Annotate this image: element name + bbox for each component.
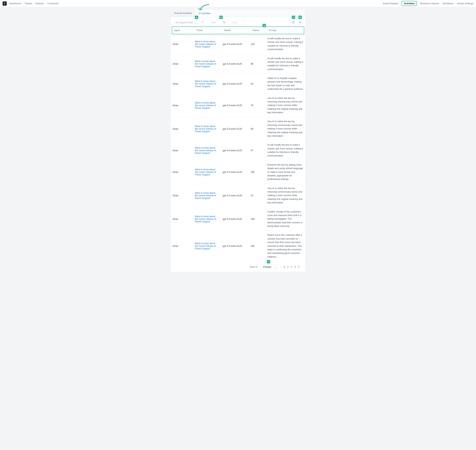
cell-agent: Zinan — [171, 54, 193, 74]
ticket-link[interactable]: Want to know about the recent release of… — [195, 125, 219, 133]
cell-model: gpt-3.5-turbo-0125 — [221, 160, 249, 184]
cell-tokens: 255 — [249, 231, 266, 261]
cell-model: gpt-3.5-turbo-0125 — [221, 117, 249, 141]
date-end-placeholder: End — [226, 21, 244, 24]
annotation-badge-b: b — [219, 16, 223, 19]
date-range-filter[interactable]: Start To End — [199, 20, 245, 25]
table-row: ZinanWant to know about the recent relea… — [171, 34, 305, 54]
cell-tokens: 78 — [249, 94, 266, 117]
pager-next[interactable]: › — [302, 265, 302, 268]
cell-tokens: 118 — [249, 34, 266, 54]
staff-filter-placeholder: All Support Staff — [175, 21, 193, 24]
cell-model: gpt-3.5-turbo-0125 — [221, 141, 249, 160]
pager-page-2[interactable]: 2 — [287, 265, 289, 268]
nav-workflows[interactable]: Workflows — [442, 0, 454, 7]
page-size-select[interactable]: 10/page — [261, 264, 278, 269]
refresh-button[interactable] — [291, 20, 296, 25]
cell-agent: Zinan — [171, 34, 193, 54]
cell-model: gpt-3.5-turbo-0125 — [221, 74, 249, 94]
cell-prompt: AI will modify the text to make it short… — [266, 141, 305, 160]
cell-prompt: AI will modify the text to make it short… — [266, 54, 305, 74]
cell-prompt: Enhance the text by adding more details … — [266, 160, 305, 184]
staff-filter-select[interactable]: All Support Staff — [173, 20, 198, 25]
cell-ticket: Want to know about the recent release of… — [193, 74, 221, 94]
column-agent: Agent — [172, 27, 194, 34]
ticket-link[interactable]: Want to know about the recent release of… — [195, 242, 219, 250]
nav-dashboard[interactable]: Dashboard — [9, 0, 21, 7]
cell-prompt: Use AI to refine the text by removing un… — [266, 184, 305, 207]
nav-saved-replies[interactable]: Saved Replies — [383, 0, 398, 7]
table-footer: Total 47 f 10/page ‹12345› — [171, 261, 305, 272]
chevron-down-icon — [275, 265, 276, 268]
ticket-link[interactable]: Want to know about the recent release of… — [195, 40, 219, 48]
date-start-placeholder: Start — [205, 21, 222, 24]
calendar-icon — [201, 21, 204, 24]
cell-tokens: 83 — [249, 74, 266, 94]
annotation-badge-f: f — [267, 260, 270, 263]
cell-tokens: 47 — [249, 141, 266, 160]
ticket-link[interactable]: Want to know about the recent release of… — [195, 215, 219, 223]
cell-agent: Zinan — [171, 74, 193, 94]
cell-agent: Zinan — [171, 141, 193, 160]
cell-tokens: 52 — [249, 184, 266, 207]
table-row: ZinanWant to know about the recent relea… — [171, 94, 305, 117]
ticket-link[interactable]: Want to know about the recent release of… — [195, 60, 219, 68]
cell-ticket: Want to know about the recent release of… — [193, 184, 221, 207]
cell-model: gpt-3.5-turbo-0125 — [221, 231, 249, 261]
table-header-highlight: AgentTicketModelTokensPrompt — [172, 26, 304, 34]
nav-business-inboxes[interactable]: Business Inboxes — [420, 0, 439, 7]
cell-agent: Zinan — [171, 94, 193, 117]
table-row: ZinanWant to know about the recent relea… — [171, 231, 305, 261]
activities-table-head: AgentTicketModelTokensPrompt — [172, 27, 304, 34]
table-row: ZinanWant to know about the recent relea… — [171, 74, 305, 94]
cell-prompt: Reach out to the customer after a soluti… — [266, 231, 305, 261]
cell-prompt: Use AI to refine the text by removing un… — [266, 94, 305, 117]
cell-tokens: 206 — [249, 207, 266, 231]
pager-prev[interactable]: ‹ — [281, 265, 281, 268]
nav-tickets[interactable]: Tickets — [24, 0, 32, 7]
pager-page-5[interactable]: 5 — [298, 265, 299, 268]
pager-page-4[interactable]: 4 — [294, 265, 296, 268]
annotation-badge-c: c — [292, 16, 295, 19]
app-logo — [3, 1, 7, 6]
cell-model: gpt-3.5-turbo-0125 — [221, 207, 249, 231]
date-to-label: To — [223, 21, 225, 24]
gear-icon — [299, 21, 302, 24]
column-ticket: Ticket — [194, 27, 222, 34]
activities-panel: Overall ActivitiesAI Activities a All Su… — [170, 9, 306, 272]
cell-model: gpt-3.5-turbo-0125 — [221, 34, 249, 54]
ticket-link[interactable]: Want to know about the recent release of… — [195, 80, 219, 88]
tab-overall-activities[interactable]: Overall Activities — [171, 10, 195, 17]
pagination: ‹12345› — [281, 265, 302, 268]
activities-table: ZinanWant to know about the recent relea… — [171, 34, 305, 261]
top-nav: DashboardTicketsReportsCustomers Saved R… — [0, 0, 476, 7]
svg-point-1 — [300, 22, 301, 23]
refresh-icon — [292, 21, 295, 24]
nav-activities[interactable]: Activities — [401, 1, 417, 6]
pager-page-3[interactable]: 3 — [291, 265, 292, 268]
cell-model: gpt-3.5-turbo-0125 — [221, 184, 249, 207]
total-count: Total 47 — [250, 265, 258, 268]
ticket-link[interactable]: Want to know about the recent release of… — [195, 147, 219, 154]
cell-model: gpt-3.5-turbo-0125 — [221, 94, 249, 117]
ticket-link[interactable]: Want to know about the recent release of… — [195, 101, 219, 109]
cell-agent: Zinan — [171, 160, 193, 184]
tabs-row: Overall ActivitiesAI Activities — [171, 10, 305, 17]
table-row: ZinanWant to know about the recent relea… — [171, 54, 305, 74]
settings-button[interactable] — [297, 20, 303, 25]
cell-agent: Zinan — [171, 184, 193, 207]
cell-tokens: 85 — [249, 54, 266, 74]
ticket-link[interactable]: Want to know about the recent release of… — [195, 192, 219, 200]
cell-agent: Zinan — [171, 117, 193, 141]
cell-prompt: Confirm receipt of the customer's issue … — [266, 207, 305, 231]
svg-rect-0 — [202, 21, 203, 23]
annotation-badge-d: d — [298, 16, 302, 19]
nav-reports[interactable]: Reports — [35, 0, 44, 7]
pager-page-1[interactable]: 1 — [284, 265, 285, 268]
nav-global-settings[interactable]: Global Settings — [457, 0, 473, 7]
cell-prompt: AI will modify the text to make it short… — [266, 34, 305, 54]
table-row: ZinanWant to know about the recent relea… — [171, 160, 305, 184]
ticket-link[interactable]: Want to know about the recent release of… — [195, 168, 219, 176]
nav-customers[interactable]: Customers — [47, 0, 59, 7]
cell-ticket: Want to know about the recent release of… — [193, 54, 221, 74]
